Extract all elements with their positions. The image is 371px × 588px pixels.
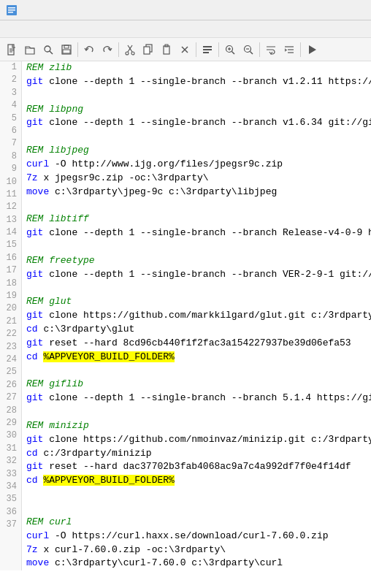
code-line: REM libpng: [26, 103, 367, 117]
line-number: 8: [4, 150, 17, 163]
code-line: REM curl: [26, 516, 367, 530]
separator-1: [77, 42, 78, 57]
highlighted-text: %APPVEYOR_BUILD_FOLDER%: [43, 475, 174, 486]
svg-line-9: [50, 51, 53, 54]
line-number: 12: [4, 201, 17, 213]
zoom-out-button[interactable]: [240, 41, 257, 58]
app-icon: [6, 4, 18, 16]
code-line: git reset --hard dac37702b3fab4068ac9a7c…: [26, 460, 367, 474]
code-line: [26, 282, 367, 296]
paste-button[interactable]: [158, 41, 175, 58]
block-button[interactable]: [199, 41, 216, 58]
svg-rect-1: [8, 7, 15, 9]
save-button[interactable]: [58, 41, 75, 58]
line-number: 30: [4, 429, 17, 442]
undo-button[interactable]: [80, 41, 98, 58]
line-number: 25: [4, 366, 17, 378]
menu-edit[interactable]: [15, 28, 26, 31]
svg-rect-2: [8, 9, 15, 11]
line-number: 14: [4, 226, 17, 239]
code-line: REM minizip: [26, 419, 367, 433]
svg-rect-21: [203, 46, 212, 47]
separator-4: [218, 42, 219, 57]
line-number: 3: [4, 87, 17, 99]
copy-button[interactable]: [139, 41, 157, 58]
line-number: 13: [4, 214, 17, 226]
code-line: [26, 488, 367, 502]
code-line: [26, 240, 367, 254]
line-number: 1: [4, 61, 17, 74]
code-line: REM giflib: [26, 378, 367, 392]
highlighted-text: %APPVEYOR_BUILD_FOLDER%: [43, 351, 174, 362]
line-number: 5: [4, 112, 17, 125]
svg-rect-23: [203, 52, 209, 53]
line-number: 7: [4, 137, 17, 150]
line-numbers: 1234567891011121314151617181920212223242…: [0, 61, 22, 570]
menu-bar: [0, 20, 371, 38]
code-line: [26, 89, 367, 103]
menu-about[interactable]: [50, 28, 61, 31]
line-number: 10: [4, 176, 17, 188]
menu-file[interactable]: [3, 28, 15, 31]
code-line: 7z x curl-7.60.0.zip -oc:\3rdparty\: [26, 543, 367, 557]
delete-button[interactable]: [176, 41, 194, 58]
wrap-button[interactable]: [262, 41, 280, 58]
line-number: 33: [4, 468, 17, 481]
code-line: cd %APPVEYOR_BUILD_FOLDER%: [26, 474, 367, 488]
line-number: 16: [4, 252, 17, 264]
line-number: 34: [4, 481, 17, 493]
code-line: cd %APPVEYOR_BUILD_FOLDER%: [26, 351, 367, 364]
zoom-in-button[interactable]: [221, 41, 239, 58]
svg-line-27: [232, 51, 235, 54]
line-number: 9: [4, 163, 17, 175]
svg-rect-12: [63, 50, 70, 53]
separator-3: [196, 42, 196, 57]
code-area[interactable]: REM zlibgit clone --depth 1 --single-bra…: [22, 61, 371, 570]
separator-2: [118, 42, 119, 57]
cut-button[interactable]: [121, 41, 139, 58]
line-number: 24: [4, 354, 17, 366]
code-line: cd c:/3rdparty/minizip: [26, 447, 367, 461]
svg-rect-4: [8, 45, 14, 55]
code-line: git clone https://github.com/markkilgard…: [26, 309, 367, 323]
code-line: git clone --depth 1 --single-branch --br…: [26, 116, 367, 130]
code-line: 7z x jpegsr9c.zip -oc:\3rdparty\: [26, 172, 367, 186]
line-number: 21: [4, 316, 17, 328]
open-button[interactable]: [21, 41, 39, 58]
line-number: 31: [4, 443, 17, 455]
separator-6: [300, 42, 301, 57]
line-number: 15: [4, 239, 17, 251]
line-number: 37: [4, 519, 17, 531]
code-line: git clone --depth 1 --single-branch --br…: [26, 75, 367, 89]
code-line: [26, 405, 367, 419]
menu-view[interactable]: [26, 28, 38, 31]
redo-button[interactable]: [99, 41, 116, 58]
run-button[interactable]: [303, 41, 321, 58]
code-line: REM glut: [26, 295, 367, 309]
find-button[interactable]: [39, 41, 57, 58]
indent-button[interactable]: [280, 41, 298, 58]
code-line: curl -O https://curl.haxx.se/download/cu…: [26, 530, 367, 543]
svg-point-8: [45, 46, 50, 52]
line-number: 26: [4, 379, 17, 392]
menu-settings[interactable]: [38, 28, 50, 31]
code-line: move c:\3rdparty\curl-7.60.0 c:\3rdparty…: [26, 557, 367, 570]
line-number: 4: [4, 99, 17, 112]
code-line: move c:\3rdparty\jpeg-9c c:\3rdparty\lib…: [26, 186, 367, 199]
line-number: 6: [4, 125, 17, 137]
line-number: 19: [4, 290, 17, 302]
new-button[interactable]: [3, 41, 20, 58]
line-number: 36: [4, 506, 17, 519]
line-number: 28: [4, 405, 17, 417]
toolbar: [0, 38, 371, 61]
code-line: [26, 199, 367, 213]
code-line: cd c:\3rdparty\glut: [26, 323, 367, 337]
code-line: git clone https://github.com/nmoinvaz/mi…: [26, 433, 367, 447]
svg-rect-16: [144, 47, 150, 54]
separator-5: [259, 42, 260, 57]
editor: 1234567891011121314151617181920212223242…: [0, 61, 371, 570]
code-line: git clone --depth 1 --single-branch --br…: [26, 392, 367, 405]
line-number: 23: [4, 341, 17, 354]
svg-point-13: [126, 52, 129, 55]
code-line: git clone --depth 1 --single-branch --br…: [26, 268, 367, 282]
